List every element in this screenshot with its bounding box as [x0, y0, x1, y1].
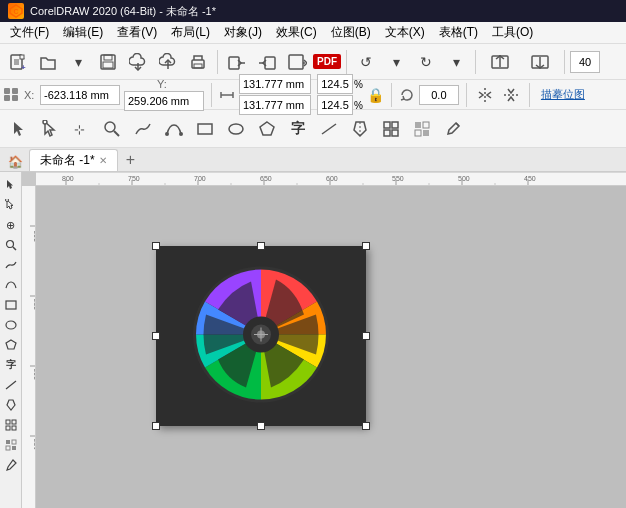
- menu-edit[interactable]: 编辑(E): [57, 22, 109, 43]
- open-button[interactable]: [34, 48, 62, 76]
- open-recent-button[interactable]: ▾: [64, 48, 92, 76]
- left-bezier-tool[interactable]: [2, 276, 20, 294]
- rect-tool[interactable]: [190, 114, 220, 144]
- svg-marker-39: [260, 122, 274, 135]
- undo-dropdown[interactable]: ▾: [382, 48, 410, 76]
- ruler-top: 800 750 700 650 600 550 500: [36, 172, 626, 186]
- left-select-tool[interactable]: [2, 176, 20, 194]
- line-tool[interactable]: [314, 114, 344, 144]
- menu-layout[interactable]: 布局(L): [165, 22, 216, 43]
- svg-rect-61: [12, 426, 16, 430]
- export-button[interactable]: [253, 48, 281, 76]
- polygon-tool[interactable]: [252, 114, 282, 144]
- menu-view[interactable]: 查看(V): [111, 22, 163, 43]
- svg-point-52: [6, 241, 13, 248]
- mirror-h-button[interactable]: [474, 84, 496, 106]
- save-button[interactable]: [94, 48, 122, 76]
- svg-rect-37: [198, 124, 212, 134]
- left-checker-tool[interactable]: [2, 436, 20, 454]
- move-down-button[interactable]: [521, 48, 559, 76]
- move-up-button[interactable]: [481, 48, 519, 76]
- menu-table[interactable]: 表格(T): [433, 22, 484, 43]
- rotate-icon: [399, 87, 415, 103]
- text-tool[interactable]: 字: [283, 114, 313, 144]
- canvas-container[interactable]: 800 750 700 650 600 550 500: [22, 172, 626, 508]
- menu-object[interactable]: 对象(J): [218, 22, 268, 43]
- handle-tm[interactable]: [257, 242, 265, 250]
- redo-dropdown[interactable]: ▾: [442, 48, 470, 76]
- svg-rect-54: [6, 301, 16, 309]
- left-eyedrop-tool[interactable]: [2, 456, 20, 474]
- checker-tool[interactable]: [407, 114, 437, 144]
- mirror-v-button[interactable]: [500, 84, 522, 106]
- ruler-left: 300 250 200 150: [22, 186, 36, 508]
- svg-rect-65: [12, 446, 16, 450]
- left-polygon-tool[interactable]: [2, 336, 20, 354]
- menu-tools[interactable]: 工具(O): [486, 22, 539, 43]
- left-shape-tool[interactable]: [2, 196, 20, 214]
- freehand-tool[interactable]: [128, 114, 158, 144]
- rotation-input[interactable]: [419, 85, 459, 105]
- fill-tool[interactable]: [345, 114, 375, 144]
- left-fill-tool[interactable]: [2, 396, 20, 414]
- pct-w-input[interactable]: [317, 74, 353, 94]
- new-button[interactable]: +: [4, 48, 32, 76]
- cloud-save-button[interactable]: [124, 48, 152, 76]
- transform-tool[interactable]: ⊹: [66, 114, 96, 144]
- trace-bitmap-label[interactable]: 描摹位图: [541, 87, 585, 102]
- ellipse-tool[interactable]: [221, 114, 251, 144]
- tab-active[interactable]: 未命名 -1* ✕: [29, 149, 118, 171]
- size-icon: [219, 87, 235, 103]
- shape-tool[interactable]: [35, 114, 65, 144]
- tab-close-button[interactable]: ✕: [99, 155, 107, 166]
- left-rect-tool[interactable]: [2, 296, 20, 314]
- height-input[interactable]: [239, 95, 311, 115]
- svg-rect-4: [20, 55, 24, 59]
- document-canvas[interactable]: [156, 246, 366, 426]
- lock-aspect-button[interactable]: 🔒: [367, 87, 384, 103]
- svg-point-51: [5, 199, 8, 202]
- undo-button[interactable]: ↺: [352, 48, 380, 76]
- handle-tr[interactable]: [362, 242, 370, 250]
- work-area[interactable]: [36, 186, 626, 508]
- home-icon[interactable]: 🏠: [4, 153, 27, 171]
- menu-effects[interactable]: 效果(C): [270, 22, 323, 43]
- svg-text:750: 750: [128, 175, 140, 182]
- pct-h-input[interactable]: [317, 95, 353, 115]
- import-button[interactable]: [223, 48, 251, 76]
- tab-add-button[interactable]: +: [120, 149, 141, 171]
- left-zoom-tool[interactable]: [2, 236, 20, 254]
- width-input[interactable]: [239, 74, 311, 94]
- handle-tl[interactable]: [152, 242, 160, 250]
- cloud-upload-button[interactable]: [154, 48, 182, 76]
- menu-file[interactable]: 文件(F): [4, 22, 55, 43]
- left-ellipse-tool[interactable]: [2, 316, 20, 334]
- x-input[interactable]: [40, 85, 120, 105]
- handle-bl[interactable]: [152, 422, 160, 430]
- menu-text[interactable]: 文本(X): [379, 22, 431, 43]
- handle-ml[interactable]: [152, 332, 160, 340]
- menu-bitmap[interactable]: 位图(B): [325, 22, 377, 43]
- y-input[interactable]: [124, 91, 204, 111]
- handle-br[interactable]: [362, 422, 370, 430]
- zoom-tool[interactable]: [97, 114, 127, 144]
- left-line-tool[interactable]: [2, 376, 20, 394]
- select-tool[interactable]: [4, 114, 34, 144]
- bezier-tool[interactable]: [159, 114, 189, 144]
- eyedrop-tool[interactable]: [438, 114, 468, 144]
- print-button[interactable]: [184, 48, 212, 76]
- left-transform-tool[interactable]: ⊕: [2, 216, 20, 234]
- zoom-input[interactable]: [570, 51, 600, 73]
- svg-rect-46: [415, 122, 421, 128]
- interactive-tool[interactable]: [376, 114, 406, 144]
- handle-mr[interactable]: [362, 332, 370, 340]
- export-pdf-button[interactable]: [283, 48, 311, 76]
- left-interactive-tool[interactable]: [2, 416, 20, 434]
- left-text-tool[interactable]: 字: [2, 356, 20, 374]
- title-text: CorelDRAW 2020 (64-Bit) - 未命名 -1*: [30, 4, 216, 19]
- redo-button[interactable]: ↻: [412, 48, 440, 76]
- percent-h-label: %: [354, 100, 363, 111]
- handle-bm[interactable]: [257, 422, 265, 430]
- aperture-svg: [186, 260, 336, 410]
- left-freehand-tool[interactable]: [2, 256, 20, 274]
